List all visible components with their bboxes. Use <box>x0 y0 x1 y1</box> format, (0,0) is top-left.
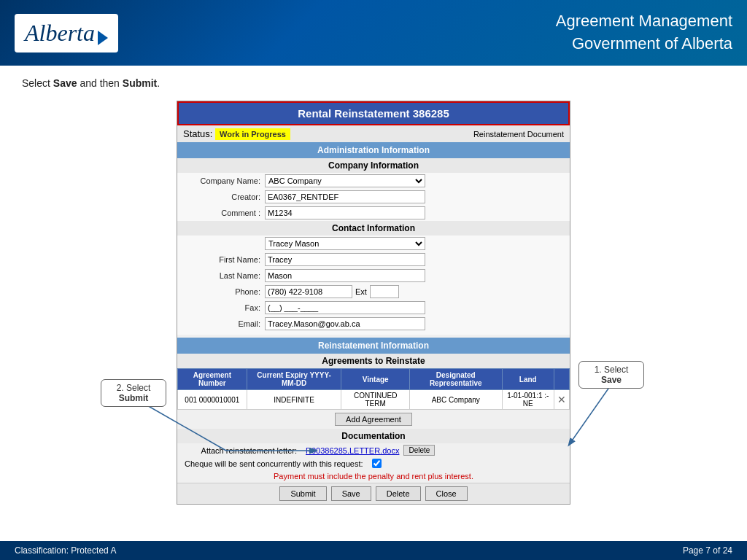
table-row: 001 0000010001 INDEFINITE CONTINUED TERM… <box>178 390 570 410</box>
instruction-middle: and then <box>77 77 123 89</box>
cell-land: 1-01-001:1 :-NE <box>502 390 554 410</box>
last-name-label: Last Name: <box>185 271 265 280</box>
creator-row: Creator: <box>177 189 570 205</box>
ext-label: Ext <box>355 287 367 296</box>
header-title-line1: Agreement Management <box>556 10 732 33</box>
page-footer: Classification: Protected A Page 7 of 24 <box>0 541 747 560</box>
logo-arrow-icon <box>98 31 108 45</box>
col-agreement-number: Agreement Number <box>178 369 247 390</box>
col-designated-rep: Designated Representative <box>409 369 502 390</box>
warning-text: Payment must include the penalty and ren… <box>177 470 570 483</box>
delete-button[interactable]: Delete <box>376 486 421 501</box>
cell-agreement-number: 001 0000010001 <box>178 390 247 410</box>
bottom-buttons: Submit Save Delete Close <box>177 483 570 504</box>
email-label: Email: <box>185 319 265 328</box>
attach-label: Attach reinstatement letter: <box>185 446 301 455</box>
attach-row: Attach reinstatement letter: R00386285.L… <box>177 443 570 457</box>
status-label: Status: <box>183 128 212 139</box>
comment-input[interactable] <box>265 206 425 219</box>
first-name-row: First Name: <box>177 252 570 268</box>
status-area: Status: Work in Progress <box>183 128 290 139</box>
col-actions <box>554 369 569 390</box>
col-vintage: Vintage <box>341 369 410 390</box>
contact-select[interactable]: Tracey Mason <box>265 237 425 250</box>
col-land: Land <box>502 369 554 390</box>
reinstatement-doc-link[interactable]: Reinstatement Document <box>473 130 564 139</box>
contact-select-row: Tracey Mason <box>177 236 570 252</box>
cell-current-expiry: INDEFINITE <box>247 390 341 410</box>
submit-button[interactable]: Submit <box>279 486 326 501</box>
form-container: Rental Reinstatement 386285 Status: Work… <box>177 101 570 505</box>
fax-row: Fax: <box>177 300 570 316</box>
documentation-header: Documentation <box>177 429 570 443</box>
attach-link[interactable]: R00386285.LETTER.docx <box>306 446 399 455</box>
instruction-prefix: Select <box>22 77 53 89</box>
email-row: Email: <box>177 316 570 332</box>
instruction-text: Select Save and then Submit. <box>22 77 725 89</box>
header-title-line2: Government of Alberta <box>556 33 732 55</box>
cheque-label: Cheque will be sent concurrently with th… <box>185 459 368 468</box>
creator-input[interactable] <box>265 190 425 203</box>
cell-vintage: CONTINUED TERM <box>341 390 410 410</box>
col-current-expiry: Current Expiry YYYY-MM-DD <box>247 369 341 390</box>
reinstatement-section-header: Reinstatement Information <box>177 338 570 354</box>
instruction-bold2: Submit <box>123 77 157 89</box>
save-button[interactable]: Save <box>331 486 371 501</box>
cheque-checkbox[interactable] <box>372 459 382 468</box>
main-content: Select Save and then Submit. Rental Rein… <box>0 66 747 516</box>
cell-delete[interactable]: ✕ <box>554 390 569 410</box>
agreements-table: Agreement Number Current Expiry YYYY-MM-… <box>177 368 570 410</box>
company-name-label: Company Name: <box>185 176 265 185</box>
instruction-suffix: . <box>157 77 160 89</box>
form-title: Rental Reinstatement 386285 <box>298 107 449 120</box>
form-title-bar: Rental Reinstatement 386285 <box>177 101 570 125</box>
attach-delete-button[interactable]: Delete <box>403 445 435 456</box>
phone-label: Phone: <box>185 287 265 296</box>
first-name-label: First Name: <box>185 255 265 264</box>
header-title: Agreement Management Government of Alber… <box>556 10 732 55</box>
admin-section-header: Administration Information <box>177 142 570 158</box>
logo-text: Alberta <box>25 20 95 47</box>
page-header: Alberta Agreement Management Government … <box>0 0 747 66</box>
company-name-select[interactable]: ABC Company <box>265 174 425 187</box>
company-info-header: Company Information <box>177 158 570 173</box>
creator-label: Creator: <box>185 192 265 201</box>
ext-input[interactable] <box>370 285 399 298</box>
last-name-input[interactable] <box>265 269 425 282</box>
close-button[interactable]: Close <box>425 486 468 501</box>
comment-row: Comment : <box>177 205 570 221</box>
first-name-input[interactable] <box>265 253 425 266</box>
contact-info-header: Contact Information <box>177 221 570 236</box>
status-badge: Work in Progress <box>215 128 290 140</box>
logo-area: Alberta <box>15 14 118 52</box>
phone-row: Phone: Ext <box>177 284 570 300</box>
agreements-header: Agreements to Reinstate <box>177 354 570 368</box>
fax-label: Fax: <box>185 303 265 312</box>
last-name-row: Last Name: <box>177 268 570 284</box>
comment-label: Comment : <box>185 209 265 217</box>
phone-input[interactable] <box>265 285 352 298</box>
cell-designated-rep: ABC Company <box>409 390 502 410</box>
page-info: Page 7 of 24 <box>683 545 732 556</box>
email-input[interactable] <box>265 317 425 330</box>
classification-label: Classification: Protected A <box>15 545 116 556</box>
fax-input[interactable] <box>265 301 425 314</box>
row-delete-button[interactable]: ✕ <box>557 394 566 405</box>
company-name-row: Company Name: ABC Company <box>177 173 570 189</box>
phone-group: Ext <box>265 285 399 298</box>
form-body: Company Information Company Name: ABC Co… <box>177 158 570 335</box>
add-agreement-button[interactable]: Add Agreement <box>335 413 412 426</box>
status-bar: Status: Work in Progress Reinstatement D… <box>177 125 570 142</box>
instruction-bold1: Save <box>53 77 77 89</box>
cheque-row: Cheque will be sent concurrently with th… <box>177 457 570 470</box>
